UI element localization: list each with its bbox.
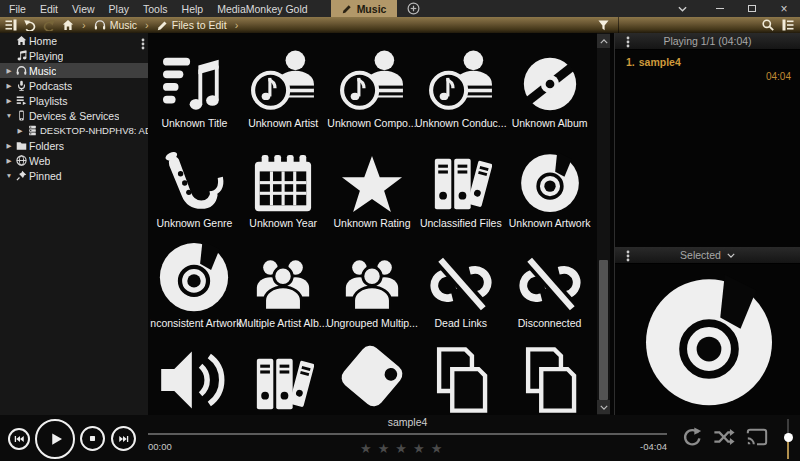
grid-item-inconsistent-artwork[interactable]: Inconsistent Artwork (150, 235, 239, 335)
content-scrollbar[interactable] (597, 33, 610, 415)
breadcrumb-separator: › (144, 19, 150, 31)
toggle-sidebar-button[interactable] (5, 19, 17, 31)
next-track-button[interactable] (111, 426, 136, 451)
grid-item-unknown-rating[interactable]: Unknown Rating (328, 135, 417, 235)
sidebar-item-folders[interactable]: ▶ Folders (0, 138, 148, 153)
rating-star-icon[interactable] (360, 439, 372, 457)
elapsed-time: 00:00 (148, 441, 172, 452)
shuffle-button[interactable] (713, 426, 735, 448)
sidebar-item-playing[interactable]: Playing (0, 48, 148, 63)
microphone-icon (14, 80, 29, 91)
search-button[interactable] (762, 19, 774, 31)
grid-item-unknown-artwork[interactable]: Unknown Artwork (505, 135, 594, 235)
back-button[interactable] (24, 19, 36, 31)
previous-track-button[interactable] (8, 428, 30, 450)
grid-item-unknown-album[interactable]: Unknown Album (505, 35, 594, 135)
stop-button[interactable] (80, 426, 105, 451)
expand-arrow-icon[interactable]: ▶ (4, 157, 14, 165)
playing-track-row[interactable]: 1. sample4 04:04 (615, 50, 800, 82)
scrollbar-thumb[interactable] (599, 260, 608, 400)
menu-file[interactable]: File (0, 0, 33, 17)
cd-icon (519, 53, 581, 115)
play-button[interactable] (35, 419, 75, 459)
menu-help[interactable]: Help (175, 0, 211, 17)
rating-stars[interactable] (360, 439, 442, 457)
minimize-button[interactable] (704, 0, 736, 17)
filter-button[interactable] (596, 17, 610, 33)
scroll-down-button[interactable] (597, 400, 610, 414)
menu-edit[interactable]: Edit (33, 0, 65, 17)
menu-tools[interactable]: Tools (136, 0, 175, 17)
track-title: sample4 (639, 56, 681, 68)
grid-item-unknown-title[interactable]: Unknown Title (150, 35, 239, 135)
grid-item-multiple-artist-albums[interactable]: Multiple Artist Alb... (239, 235, 328, 335)
selected-menu-button[interactable] (626, 250, 630, 262)
documents-icon (426, 345, 496, 415)
grid-item-unknown-genre[interactable]: Unknown Genre (150, 135, 239, 235)
repeat-button[interactable] (681, 426, 703, 448)
expand-arrow-icon[interactable]: ▶ (4, 82, 14, 90)
sidebar-item-desktop-admin[interactable]: ▶ DESKTOP-NHDPHV8: ADMIN (0, 123, 148, 138)
grid-item-unknown-year[interactable]: Unknown Year (239, 135, 328, 235)
grid-item-dead-links[interactable]: Dead Links (416, 235, 505, 335)
rating-star-icon[interactable] (413, 439, 425, 457)
expand-arrow-icon[interactable]: ▶ (4, 142, 14, 150)
sidebar-item-playlists[interactable]: ▶ Playlists (0, 93, 148, 108)
rating-star-icon[interactable] (378, 439, 390, 457)
grid-item-unknown-composer[interactable]: Unknown Compo... (328, 35, 417, 135)
selected-album-art[interactable] (637, 268, 781, 412)
grid-item-unknown-conductor[interactable]: Unknown Conduc... (416, 35, 505, 135)
sidebar-item-web[interactable]: ▶ Web (0, 153, 148, 168)
grid-item-duplicate-files[interactable] (416, 335, 505, 415)
menu-view[interactable]: View (65, 0, 102, 17)
grid-item-unknown-artist[interactable]: Unknown Artist (239, 35, 328, 135)
collapse-arrow-icon[interactable]: ▼ (4, 112, 14, 119)
expand-arrow-icon[interactable]: ▶ (4, 97, 14, 105)
playing-panel-header[interactable]: Playing 1/1 (04:04) (615, 33, 800, 50)
grid-item-disconnected[interactable]: Disconnected (505, 235, 594, 335)
selected-panel-header[interactable]: Selected (615, 247, 800, 264)
playing-menu-button[interactable] (626, 36, 630, 48)
grid-item-binders[interactable] (239, 335, 328, 415)
breadcrumb-files-to-edit[interactable]: Files to Edit (157, 19, 227, 31)
sidebar-item-devices-services[interactable]: ▼ Devices & Services (0, 108, 148, 123)
sidebar-item-podcasts[interactable]: ▶ Podcasts (0, 78, 148, 93)
rating-star-icon[interactable] (431, 439, 443, 457)
broken-link-icon (519, 253, 581, 315)
breadcrumb-home-button[interactable] (62, 19, 74, 31)
collapse-arrow-icon[interactable]: ▼ (4, 172, 14, 179)
cast-button[interactable] (746, 426, 768, 448)
binders-icon (430, 153, 492, 215)
menu-play[interactable]: Play (102, 0, 136, 17)
previous-icon (13, 433, 25, 445)
maximize-button[interactable] (736, 0, 768, 17)
seek-bar[interactable] (148, 433, 667, 435)
new-tab-button[interactable] (397, 0, 430, 17)
grid-item-ungrouped-multiple[interactable]: Ungrouped Multip... (328, 235, 417, 335)
broken-link-icon (430, 253, 492, 315)
panel-view-button[interactable] (782, 19, 794, 31)
menu-mediamonkey-gold[interactable]: MediaMonkey Gold (210, 0, 314, 17)
close-button[interactable]: × (768, 0, 800, 17)
forward-button[interactable] (43, 19, 55, 31)
grid-item-tag[interactable] (328, 335, 417, 415)
playing-panel-title: Playing 1/1 (04:04) (663, 35, 751, 47)
sidebar-item-music[interactable]: ▶ Music (0, 63, 148, 78)
plus-icon (407, 2, 420, 15)
grid-item-duplicate-files[interactable] (505, 335, 594, 415)
collapse-menu-button[interactable] (666, 0, 698, 17)
expand-arrow-icon[interactable]: ▶ (15, 127, 25, 135)
grid-item-unclassified-files[interactable]: Unclassified Files (416, 135, 505, 235)
breadcrumb-music[interactable]: Music (94, 19, 137, 31)
expand-arrow-icon[interactable]: ▶ (4, 67, 14, 75)
rating-star-icon[interactable] (395, 439, 407, 457)
now-playing-title: sample4 (148, 416, 667, 428)
volume-slider[interactable] (783, 419, 793, 459)
tab-music[interactable]: Music (331, 0, 398, 17)
volume-knob[interactable] (784, 433, 793, 442)
sidebar-item-home[interactable]: Home (0, 33, 148, 48)
sidebar-item-pinned[interactable]: ▼ Pinned (0, 168, 148, 183)
grid-item-volume[interactable] (150, 335, 239, 415)
chevron-down-icon (678, 6, 687, 12)
scroll-up-button[interactable] (597, 34, 610, 48)
